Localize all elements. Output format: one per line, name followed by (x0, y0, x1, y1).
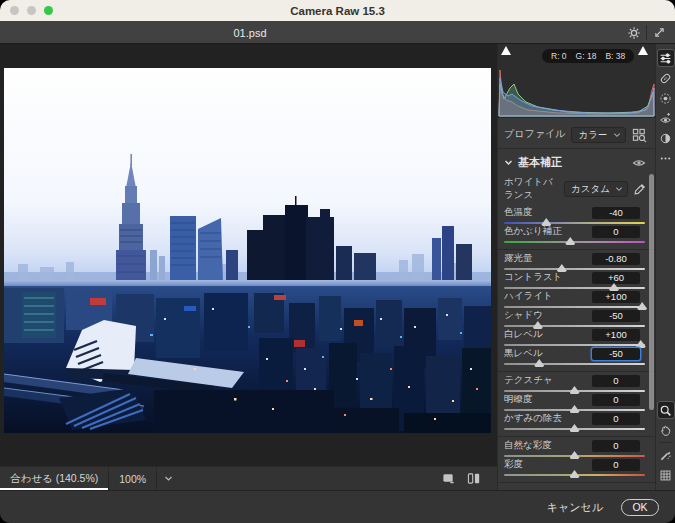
presence-sliders: テクスチャ0明瞭度0かすみの除去0 (498, 371, 655, 436)
slider-tint: 色かぶり補正0 (498, 225, 655, 244)
slider-value-field[interactable]: 0 (592, 413, 640, 425)
slider-value-field[interactable]: -50 (592, 310, 640, 322)
preview-toggle-button[interactable] (442, 472, 455, 485)
slider-thumb[interactable] (565, 237, 575, 245)
before-after-icon (467, 472, 481, 485)
slider-label: 色かぶり補正 (504, 225, 562, 238)
zoom-100-tab[interactable]: 100% (109, 467, 157, 490)
slider-thumb[interactable] (570, 424, 580, 432)
slider-vibrance: 自然な彩度0 (498, 439, 655, 458)
slider-track[interactable] (504, 455, 645, 457)
profile-dropdown[interactable]: カラー (571, 127, 626, 143)
sampler-overlay-button[interactable] (657, 446, 675, 464)
slider-value-field[interactable]: -40 (592, 207, 640, 219)
cityscape-photo (4, 68, 491, 433)
slider-clarity: 明瞭度0 (498, 393, 655, 412)
slider-label: 明瞭度 (504, 393, 533, 406)
grid-overlay-button[interactable] (657, 466, 675, 484)
slider-value-field[interactable]: +100 (592, 329, 640, 341)
slider-thumb[interactable] (534, 359, 544, 367)
edit-tool-button[interactable] (657, 49, 675, 67)
slider-value-field[interactable]: +100 (592, 291, 640, 303)
slider-track[interactable] (504, 474, 645, 476)
slider-value-field[interactable]: -50 (592, 348, 640, 360)
slider-track[interactable] (504, 409, 645, 411)
red-eye-tool-button[interactable] (657, 109, 675, 127)
slider-track[interactable] (504, 241, 645, 243)
zoom-fit-tab[interactable]: 合わせる (140.5%) (0, 467, 109, 490)
slider-track[interactable] (504, 344, 645, 346)
slider-value-field[interactable]: 0 (592, 226, 640, 238)
maximize-button[interactable] (44, 6, 53, 15)
slider-track[interactable] (504, 390, 645, 392)
minimize-button[interactable] (27, 6, 36, 15)
document-tab[interactable]: 01.psd (233, 21, 266, 44)
panel-scroll-area: プロファイル カラー (498, 118, 655, 490)
slider-label: シャドウ (504, 309, 543, 322)
presets-button[interactable] (657, 129, 675, 147)
ok-button[interactable]: OK (621, 499, 659, 516)
eye-icon (632, 157, 646, 169)
blue-value: B: 38 (605, 51, 625, 61)
wb-sliders: 色温度-40色かぶり補正0 (498, 204, 655, 249)
chevron-down-icon (504, 158, 513, 167)
fullscreen-toggle-button[interactable] (647, 21, 671, 44)
close-button[interactable] (10, 6, 19, 15)
slider-value-field[interactable]: -0.80 (592, 253, 640, 265)
slider-track[interactable] (504, 363, 645, 365)
settings-gear-button[interactable] (622, 21, 646, 44)
slider-value-field[interactable]: 0 (592, 375, 640, 387)
profile-browser-button[interactable] (632, 128, 647, 143)
profile-label: プロファイル (504, 127, 565, 143)
chevron-down-icon (613, 131, 621, 139)
slider-label: 自然な彩度 (504, 439, 552, 452)
tone-sliders: 露光量-0.80コントラスト+60ハイライト+100シャドウ-50白レベル+10… (498, 249, 655, 371)
gear-icon (627, 26, 641, 40)
slider-track[interactable] (504, 428, 645, 430)
hand-tool-button[interactable] (657, 421, 675, 439)
zoom-level-dropdown[interactable] (157, 467, 180, 490)
slider-value-field[interactable]: +60 (592, 272, 640, 284)
sliders-icon (659, 52, 672, 65)
healing-tool-button[interactable] (657, 69, 675, 87)
white-balance-label: ホワイトバランス (504, 176, 559, 202)
more-settings-button[interactable] (657, 149, 675, 167)
white-balance-dropdown[interactable]: カスタム (564, 181, 628, 197)
divider (659, 442, 673, 443)
zoom-tool-button[interactable] (657, 401, 675, 419)
slider-value-field[interactable]: 0 (592, 440, 640, 452)
eyedropper-icon (633, 182, 647, 196)
slider-value-field[interactable]: 0 (592, 394, 640, 406)
settings-panel: R: 0 G: 18 B: 38 プロファイル カラー (497, 44, 655, 490)
green-value: G: 18 (576, 51, 597, 61)
rgb-readout: R: 0 G: 18 B: 38 (542, 49, 634, 63)
slider-temperature: 色温度-40 (498, 206, 655, 225)
slider-thumb[interactable] (570, 470, 580, 478)
panel-scrollbar[interactable] (649, 174, 654, 410)
masking-tool-button[interactable] (657, 89, 675, 107)
slider-track[interactable] (504, 287, 645, 289)
basic-visibility-toggle[interactable] (632, 157, 646, 169)
camera-raw-dialog: Camera Raw 15.3 01.psd (0, 0, 675, 523)
slider-value-field[interactable]: 0 (592, 459, 640, 471)
histogram[interactable]: R: 0 G: 18 B: 38 (498, 44, 655, 118)
curve-section-header[interactable]: カーブ (498, 482, 655, 490)
footer-bar: キャンセル OK (0, 490, 675, 523)
slider-blacks: 黒レベル-50 (498, 347, 655, 366)
slider-saturation: 彩度0 (498, 458, 655, 477)
slider-track[interactable] (504, 306, 645, 308)
slider-exposure: 露光量-0.80 (498, 252, 655, 271)
cancel-button[interactable]: キャンセル (547, 500, 603, 515)
slider-track[interactable] (504, 222, 645, 224)
before-after-view-button[interactable] (467, 472, 481, 485)
presets-icon (659, 132, 672, 145)
white-balance-eyedropper-button[interactable] (633, 182, 647, 196)
preview-icon (442, 472, 455, 485)
slider-track[interactable] (504, 325, 645, 327)
image-preview[interactable] (4, 68, 491, 433)
basic-section-collapse[interactable] (504, 158, 513, 167)
slider-track[interactable] (504, 268, 645, 270)
slider-label: 黒レベル (504, 347, 543, 360)
slider-whites: 白レベル+100 (498, 328, 655, 347)
slider-label: ハイライト (504, 290, 553, 303)
